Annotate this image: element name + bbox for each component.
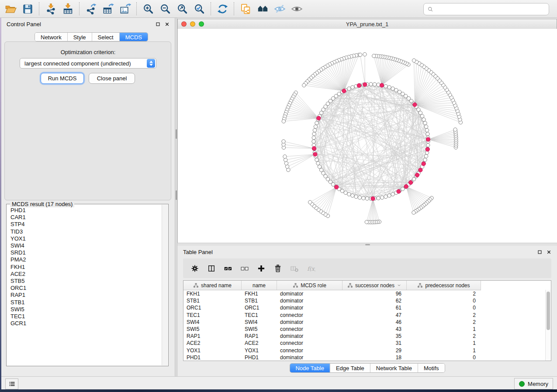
export-image-button[interactable] xyxy=(117,1,134,16)
close-panel-button[interactable] xyxy=(547,250,551,254)
table-row[interactable]: ACE2ACE2connector311 xyxy=(183,340,546,347)
mcds-result-item[interactable]: SRD1 xyxy=(10,249,162,256)
copy-share-button[interactable] xyxy=(237,1,254,16)
zoom-in-button[interactable] xyxy=(140,1,157,16)
tab-motifs[interactable]: Motifs xyxy=(418,364,445,372)
import-network-button[interactable] xyxy=(42,1,59,16)
mcds-result-item[interactable]: SWI5 xyxy=(10,306,162,313)
mcds-result-box: MCDS result (17 nodes) PHD1CAR1STP4TID3Y… xyxy=(6,204,169,366)
zoom-out-button[interactable] xyxy=(157,1,174,16)
network-window-title: YPA_prune.txt_1 xyxy=(178,21,557,28)
table-row[interactable]: STB1STB1dominator620 xyxy=(183,297,546,304)
zoom-selected-button[interactable] xyxy=(191,1,208,16)
mcds-result-item[interactable]: GCR1 xyxy=(10,320,162,327)
close-panel-button-mcds[interactable]: Close panel xyxy=(89,73,135,84)
tab-edge-table[interactable]: Edge Table xyxy=(330,364,370,372)
memory-button[interactable]: Memory xyxy=(514,378,553,389)
optimization-criterion-select[interactable]: largest connected component (undirected) xyxy=(20,58,156,69)
table-cell: TEC1 xyxy=(183,312,242,318)
select-all-button[interactable] xyxy=(224,264,232,273)
mcds-result-item[interactable]: PHD1 xyxy=(10,207,162,214)
mcds-result-item[interactable]: FKH1 xyxy=(10,264,162,271)
toolbar-separator xyxy=(211,2,211,15)
mcds-result-item[interactable]: RAP1 xyxy=(10,292,162,299)
import-table-button[interactable] xyxy=(59,1,76,16)
tab-mcds[interactable]: MCDS xyxy=(119,33,148,41)
column-header-predecessor-nodes[interactable]: predecessor nodes xyxy=(407,281,481,290)
add-column-button[interactable] xyxy=(257,264,266,273)
toolbar-separator xyxy=(79,2,80,15)
mcds-result-item[interactable]: CAR1 xyxy=(10,214,162,221)
delete-button[interactable] xyxy=(273,264,282,273)
mcds-result-item[interactable]: YOX1 xyxy=(10,235,162,242)
export-table-button[interactable] xyxy=(100,1,117,16)
mcds-result-item[interactable]: STP4 xyxy=(10,221,162,228)
status-bar: Memory xyxy=(1,376,557,389)
panel-divider-horizontal[interactable] xyxy=(177,243,557,246)
zoom-fit-button[interactable] xyxy=(174,1,191,16)
column-header-shared-name[interactable]: shared name xyxy=(183,281,242,290)
task-history-button[interactable] xyxy=(5,378,18,389)
column-header-MCDS-role[interactable]: MCDS role xyxy=(277,281,343,290)
divider-handle[interactable] xyxy=(176,190,177,200)
table-row[interactable]: FKH1FKH1dominator962 xyxy=(183,290,546,297)
run-mcds-button[interactable]: Run MCDS xyxy=(41,73,84,84)
scrollbar-thumb[interactable] xyxy=(547,292,550,330)
float-panel-button[interactable] xyxy=(156,22,160,27)
table-row[interactable]: RAP1RAP1dominator352 xyxy=(183,333,546,340)
table-cell: dominator xyxy=(277,291,343,297)
network-canvas[interactable] xyxy=(177,29,557,243)
tab-network[interactable]: Network xyxy=(35,33,67,41)
mcds-result-scrollbar[interactable] xyxy=(162,205,168,365)
column-header-successor-nodes[interactable]: successor nodes xyxy=(343,281,407,290)
export-network-button[interactable] xyxy=(83,1,100,16)
mcds-result-item[interactable]: SWI4 xyxy=(10,242,162,249)
divider-handle[interactable] xyxy=(365,244,370,245)
mcds-result-item[interactable]: TID3 xyxy=(10,228,162,235)
table-cell: connector xyxy=(277,340,343,346)
table-cell: 29 xyxy=(343,347,407,354)
table-row[interactable]: PHD1PHD1dominator180 xyxy=(183,354,546,361)
mcds-result-item[interactable]: PMA2 xyxy=(10,256,162,263)
split-view-button[interactable] xyxy=(207,264,216,273)
table-row[interactable]: TEC1TEC1connector472 xyxy=(183,312,546,319)
mcds-result-item[interactable]: STB5 xyxy=(10,278,162,285)
network-graph[interactable] xyxy=(178,29,557,243)
tab-style[interactable]: Style xyxy=(67,33,92,41)
mcds-result-item[interactable]: STB1 xyxy=(10,299,162,306)
table-scrollbar[interactable] xyxy=(545,290,551,361)
column-header-label: shared name xyxy=(201,282,232,289)
eye-hide-button[interactable] xyxy=(271,1,288,16)
table-cell: 0 xyxy=(407,354,481,361)
divider-handle[interactable] xyxy=(176,129,177,139)
network-window-titlebar[interactable]: YPA_prune.txt_1 xyxy=(177,19,557,30)
copy-share-icon xyxy=(240,3,252,15)
open-file-button[interactable] xyxy=(2,1,19,16)
eye-show-button[interactable] xyxy=(288,1,305,16)
table-row[interactable]: ORC1ORC1dominator610 xyxy=(183,304,546,311)
mcds-result-item[interactable]: TEC1 xyxy=(10,313,162,320)
refresh-button[interactable] xyxy=(214,1,231,16)
tab-node-table[interactable]: Node Table xyxy=(290,364,330,372)
table-row[interactable]: SWI4SWI4dominator462 xyxy=(183,319,546,326)
function-icon xyxy=(307,264,315,273)
mcds-result-item[interactable]: ACE2 xyxy=(10,271,162,278)
deselect-all-button[interactable] xyxy=(240,264,249,273)
search-input[interactable] xyxy=(434,4,549,14)
column-header-name[interactable]: name xyxy=(242,281,277,290)
search-input-wrapper[interactable] xyxy=(423,3,549,15)
search-icon xyxy=(427,6,434,13)
table-row[interactable]: SWI5SWI5connector431 xyxy=(183,326,546,333)
close-panel-button[interactable] xyxy=(165,22,170,27)
table-row[interactable]: YOX1YOX1connector291 xyxy=(183,347,546,354)
mcds-result-item[interactable]: ORC1 xyxy=(10,285,162,292)
list-menu-icon xyxy=(8,380,16,388)
gear-button[interactable] xyxy=(190,264,199,273)
tab-network-table[interactable]: Network Table xyxy=(370,364,418,372)
zoom-selected-icon xyxy=(194,3,205,15)
tab-select[interactable]: Select xyxy=(92,33,119,41)
save-session-button[interactable] xyxy=(19,1,36,16)
table-cell: 0 xyxy=(407,298,481,304)
float-panel-button[interactable] xyxy=(537,250,542,254)
binoculars-button[interactable] xyxy=(254,1,271,16)
